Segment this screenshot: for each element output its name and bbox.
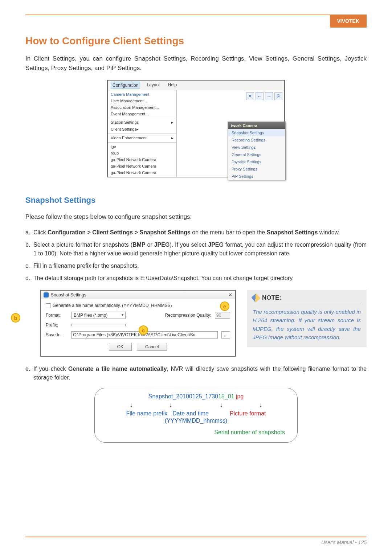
cancel-button[interactable]: Cancel: [137, 343, 167, 351]
menu-item-video-enh[interactable]: Video Enhancement▸: [108, 135, 176, 141]
menu-item-client[interactable]: Client Settings▸: [108, 126, 176, 133]
legend-serial: Serial number of snapshots: [103, 429, 289, 436]
auto-filename-checkbox[interactable]: [46, 303, 50, 308]
app-logo-icon: [44, 292, 49, 297]
tree-item[interactable]: ga-Pixel Network Camera: [108, 156, 176, 163]
submenu-joystick[interactable]: Joystick Settings: [228, 158, 285, 165]
legend-row: File name prefix Date and time Picture f…: [103, 410, 289, 417]
menu-item-event-mgmt[interactable]: Event Management...: [108, 111, 176, 117]
callout-badge-c: c: [139, 325, 148, 335]
client-settings-submenu: twork Camera Snapshot Settings Recording…: [228, 122, 286, 180]
submenu-proxy[interactable]: Proxy Settings: [228, 165, 285, 173]
step-e: e.If you check Generate a file name auto…: [25, 365, 367, 382]
menu-configuration[interactable]: Configuration: [111, 82, 140, 89]
browse-button[interactable]: ...: [221, 331, 230, 338]
prefix-input[interactable]: [71, 324, 126, 326]
footer-rule: [25, 537, 367, 537]
pencil-icon: [253, 295, 259, 301]
prefix-label: Prefix:: [46, 323, 68, 328]
submenu-snapshot[interactable]: Snapshot Settings: [228, 129, 285, 136]
filename-diagram: Snapshot_20100125_173015_01.jpg ↓↓↓↓ Fil…: [94, 388, 298, 443]
menu-help[interactable]: Help: [166, 82, 178, 89]
arrow-row: ↓↓↓↓: [103, 401, 289, 409]
intro-paragraph: In Client Settings, you can configure Sn…: [25, 54, 367, 73]
snapshot-settings-window: e c Snapshot Settings ✕ Generate a file …: [40, 290, 236, 357]
legend-datetime-sub: (YYYYMMDD_hhmmss): [103, 418, 289, 424]
steps-list: a.Click Configuration > Client Settings …: [25, 228, 367, 283]
quality-label: Recompression Quality:: [165, 313, 211, 318]
note-heading: NOTE:: [262, 294, 281, 301]
quality-spinner[interactable]: 90: [215, 312, 230, 319]
format-label: Format:: [46, 313, 68, 318]
window-title: Snapshot Settings: [51, 292, 86, 297]
step-c: c.Fill in a filename prefix for the snap…: [25, 262, 367, 270]
menubar: Configuration Layout Help ✕ ← → ⎘: [108, 81, 284, 90]
tree-item[interactable]: ga-Pixel Network Camera: [108, 163, 176, 169]
close-icon[interactable]: ✕: [228, 292, 232, 297]
tree-fragment: roup: [108, 150, 176, 156]
step-a: a.Click Configuration > Client Settings …: [25, 228, 367, 237]
saveto-label: Save to:: [46, 332, 68, 337]
submenu-general[interactable]: General Settings: [228, 151, 285, 158]
chevron-right-icon: ▸: [171, 136, 173, 140]
chevron-right-icon: ▸: [136, 127, 139, 131]
tree-fragment: ige: [108, 143, 176, 150]
step-b: b.Select a picture format for snapshots …: [25, 241, 367, 258]
section-heading: Snapshot Settings: [25, 196, 367, 205]
submenu-pip[interactable]: PiP Settings: [228, 173, 285, 180]
submenu-recording[interactable]: Recording Settings: [228, 136, 285, 144]
submenu-title: twork Camera: [228, 122, 285, 129]
menu-item-camera-mgmt[interactable]: Camera Management: [108, 91, 176, 98]
config-dropdown: Camera Management User Management... Ass…: [108, 90, 177, 177]
menu-item-user-mgmt[interactable]: User Management...: [108, 98, 176, 104]
submenu-view[interactable]: View Settings: [228, 144, 285, 151]
menu-screenshot: Configuration Layout Help ✕ ← → ⎘ Camera…: [107, 80, 285, 177]
callout-badge-b: b: [11, 313, 20, 323]
chevron-right-icon: ▸: [171, 120, 173, 125]
legend-prefix: File name prefix: [126, 410, 167, 417]
menu-layout[interactable]: Layout: [145, 82, 161, 89]
format-select[interactable]: BMP files (*.bmp): [71, 312, 126, 319]
footer-text: User's Manual - 125: [321, 539, 367, 545]
step-d: d.The default storage path for snapshots…: [25, 274, 367, 283]
auto-filename-label: Generate a file name automatically. (YYY…: [53, 303, 172, 308]
steps-list-cont: e.If you check Generate a file name auto…: [25, 365, 367, 382]
page-title: How to Configure Client Settings: [25, 35, 367, 47]
section-intro: Please follow the steps below to configu…: [25, 212, 367, 222]
ok-button[interactable]: OK: [109, 343, 132, 351]
callout-badge-e: e: [220, 301, 229, 311]
menu-item-assoc-mgmt[interactable]: Association Management...: [108, 104, 176, 111]
brand-label: VIVOTEK: [330, 15, 367, 28]
note-text: The recompression quality is only enable…: [253, 308, 361, 341]
tree-item[interactable]: ga-Pixel Network Camera: [108, 169, 176, 176]
note-box: NOTE: The recompression quality is only …: [247, 290, 367, 347]
legend-datetime: Date and time: [172, 410, 209, 417]
window-titlebar: Snapshot Settings ✕: [41, 291, 235, 299]
legend-format: Picture format: [230, 410, 266, 417]
note-divider: [253, 304, 361, 304]
filename-example: Snapshot_20100125_173015_01.jpg: [103, 393, 289, 400]
menu-item-station[interactable]: Station Settings▸: [108, 119, 176, 126]
